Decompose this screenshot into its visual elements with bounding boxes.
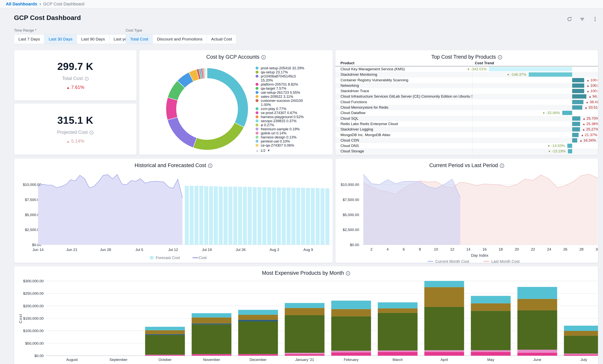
triangle-down-icon: ▼ xyxy=(507,73,510,76)
donut-slice[interactable] xyxy=(193,122,244,150)
stacked-bar-segment[interactable] xyxy=(471,350,511,352)
stacked-bar-segment[interactable] xyxy=(285,354,325,356)
stacked-bar-segment[interactable] xyxy=(564,331,598,336)
info-icon[interactable]: i xyxy=(85,77,89,81)
legend-item[interactable]: platform-205701 8.82% xyxy=(255,82,331,86)
legend-item[interactable]: qa-target 7.57% xyxy=(255,86,331,90)
stacked-bar-segment[interactable] xyxy=(424,350,464,352)
legend-item[interactable]: ce-prod-274307 0.67% xyxy=(255,111,331,115)
info-icon[interactable]: i xyxy=(90,131,93,134)
y-axis-tick: $7,500.00 xyxy=(343,198,359,202)
filter-icon[interactable] xyxy=(579,16,585,22)
legend-item[interactable]: freemium-sample 0.19% xyxy=(255,127,331,131)
stacked-bar-segment[interactable] xyxy=(285,315,325,353)
stacked-bar-segment[interactable] xyxy=(331,309,371,316)
stacked-bar-segment[interactable] xyxy=(471,311,511,350)
stacked-bar-segment[interactable] xyxy=(378,309,418,313)
stacked-bar-segment[interactable] xyxy=(518,353,557,356)
stacked-bar-segment[interactable] xyxy=(192,313,232,318)
stacked-bar-segment[interactable] xyxy=(471,352,511,356)
refresh-icon[interactable] xyxy=(567,16,572,22)
legend-item[interactable]: golink-url 0.14% xyxy=(255,131,331,135)
stacked-bar-segment[interactable] xyxy=(192,354,232,356)
stacked-bar-segment[interactable] xyxy=(145,334,185,335)
legend-item[interactable]: uat-setup-261723 5.55% xyxy=(255,90,331,95)
stacked-bar-segment[interactable] xyxy=(518,310,557,350)
stacked-bar-segment[interactable] xyxy=(145,335,185,355)
donut-slice[interactable] xyxy=(207,68,248,127)
stacked-bar-segment[interactable] xyxy=(192,317,232,323)
legend-item[interactable]: harness-playground 0.52% xyxy=(255,115,331,119)
legend-label[interactable]: Cost xyxy=(199,255,207,260)
stacked-bar-segment[interactable] xyxy=(378,351,418,352)
stacked-bar-segment[interactable] xyxy=(285,308,325,315)
page-down-icon[interactable]: ▼ xyxy=(267,149,270,153)
legend-label[interactable]: Current Month Cost xyxy=(435,259,469,263)
time-range-option-last-7-days[interactable]: Last 7 Days xyxy=(14,34,44,44)
stacked-bar-segment[interactable] xyxy=(192,323,232,324)
stacked-bar-segment[interactable] xyxy=(424,287,464,307)
stacked-bar-segment[interactable] xyxy=(238,320,278,321)
stacked-bar-segment[interactable] xyxy=(471,303,511,311)
stacked-bar-segment[interactable] xyxy=(238,315,278,320)
donut-slice[interactable] xyxy=(166,97,178,120)
stacked-bar-segment[interactable] xyxy=(518,350,557,353)
stacked-bar-segment[interactable] xyxy=(238,310,278,315)
stacked-bar-segment[interactable] xyxy=(378,352,418,356)
legend-item[interactable]: customer-success-244100 1.00% xyxy=(255,99,331,107)
stacked-bar-segment[interactable] xyxy=(331,301,371,309)
cost-type-option-total-cost[interactable]: Total Cost xyxy=(126,34,153,44)
stacked-bar-segment[interactable] xyxy=(471,296,511,303)
legend-dot-icon xyxy=(255,140,258,143)
stacked-bar-segment[interactable] xyxy=(145,355,185,355)
stacked-bar-segment[interactable] xyxy=(285,353,325,354)
stacked-bar-segment[interactable] xyxy=(564,326,598,331)
stacked-bar-segment[interactable] xyxy=(564,336,598,353)
stacked-bar-segment[interactable] xyxy=(331,352,371,356)
cost-type-option-discount-and-promotions[interactable]: Discount and Promotions xyxy=(153,34,207,44)
legend-item[interactable]: ce-qa-274307 0.06% xyxy=(255,143,331,147)
time-range-option-last-30-days[interactable]: Last 30 Days xyxy=(44,34,77,44)
donut-slice[interactable] xyxy=(207,68,207,78)
stacked-bar-segment[interactable] xyxy=(424,307,464,350)
cost-type-option-actual-cost[interactable]: Actual Cost xyxy=(207,34,236,44)
stacked-bar-segment[interactable] xyxy=(285,303,325,308)
stacked-bar-segment[interactable] xyxy=(145,330,185,334)
time-range-option-last-90-days[interactable]: Last 90 Days xyxy=(77,34,109,44)
legend-item[interactable]: prod-setup-205416 32.29% xyxy=(255,66,331,70)
breadcrumb-all-dashboards[interactable]: All Dashboards xyxy=(6,1,37,7)
stacked-bar-segment[interactable] xyxy=(518,299,557,310)
legend-item[interactable]: harness-design 0.13% xyxy=(255,135,331,139)
trend-bar xyxy=(572,127,580,132)
stacked-bar-segment[interactable] xyxy=(378,313,418,351)
legend-label[interactable]: Last Month Cost xyxy=(491,259,520,263)
legend-item[interactable]: secops-239815 0.37% xyxy=(255,119,331,123)
legend-item[interactable]: ccm-play 0.77% xyxy=(255,107,331,111)
legend-item[interactable]: qa-setup 23.17% xyxy=(255,70,331,74)
info-icon[interactable]: i xyxy=(498,55,502,59)
stacked-bar-segment[interactable] xyxy=(192,324,232,354)
legend-item[interactable]: ø 0.27% xyxy=(255,123,331,127)
page-up-icon[interactable]: ▲ xyxy=(255,149,259,153)
more-menu-icon[interactable] xyxy=(592,16,598,22)
stacked-bar-segment[interactable] xyxy=(331,351,371,352)
stacked-bar-segment[interactable] xyxy=(518,287,557,299)
stacked-bar-segment[interactable] xyxy=(424,281,464,287)
legend-item[interactable]: sales-209522 3.11% xyxy=(255,95,331,99)
legend-label: golink-url 0.14% xyxy=(261,131,305,135)
donut-slice[interactable] xyxy=(168,117,197,148)
stacked-bar-segment[interactable] xyxy=(564,353,598,354)
stacked-bar-segment[interactable] xyxy=(564,354,598,356)
legend-label[interactable]: Forecast Cost xyxy=(156,255,180,260)
stacked-bar-segment[interactable] xyxy=(424,352,464,356)
legend-item[interactable]: pr10406a87045145c3 15.20% xyxy=(255,74,331,82)
stacked-bar-segment[interactable] xyxy=(378,302,418,309)
stacked-bar-segment[interactable] xyxy=(238,321,278,354)
stacked-bar-segment[interactable] xyxy=(331,316,371,351)
legend-item[interactable]: pentest-uat 0.10% xyxy=(255,139,331,143)
stacked-bar-segment[interactable] xyxy=(238,354,278,356)
info-icon[interactable]: i xyxy=(261,55,266,59)
stacked-bar-segment[interactable] xyxy=(145,327,185,330)
y-axis-tick: $150,000.00 xyxy=(23,316,44,320)
stacked-bar-segment[interactable] xyxy=(145,355,185,356)
